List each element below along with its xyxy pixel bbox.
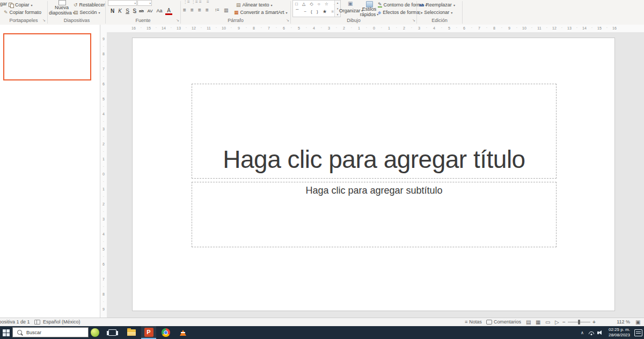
chrome-button[interactable] (158, 326, 173, 339)
ruler-tick: · (381, 26, 382, 30)
slide[interactable]: Haga clic para agregar título Haga clic … (132, 38, 615, 311)
font-name-combo[interactable]: ▾ (108, 0, 137, 6)
comments-button[interactable]: Comentarios (486, 319, 521, 325)
network-button[interactable] (587, 326, 596, 339)
action-center-button[interactable] (632, 326, 644, 339)
font-dialog-launcher-icon[interactable]: ↘ (176, 18, 179, 22)
title-placeholder[interactable]: Haga clic para agregar título (192, 84, 557, 179)
reading-view-button[interactable]: ▭ (545, 319, 550, 326)
ruler-tick: · (103, 255, 104, 259)
language-status[interactable]: Español (México) (43, 319, 80, 325)
copy-button[interactable]: Copiar ▾ (9, 2, 33, 8)
slide-thumbnail-panel[interactable] (0, 25, 100, 318)
bold-button[interactable]: N (109, 8, 116, 14)
numbering-icon[interactable]: ⋮≡ (191, 0, 198, 4)
paragraph-dialog-launcher-icon[interactable]: ↘ (286, 18, 289, 22)
ruler-number: 5 (298, 26, 300, 31)
strikethrough-button[interactable]: ab (138, 8, 145, 14)
task-view-button[interactable] (105, 326, 120, 339)
scroll-up-icon[interactable]: ▴ (337, 1, 339, 4)
ruler-tick: · (486, 26, 487, 30)
zoom-slider-thumb[interactable] (578, 320, 580, 325)
align-center-button[interactable]: ≡ (191, 7, 194, 13)
group-separator (47, 1, 48, 24)
ruler-number: 12 (192, 26, 196, 31)
paste-button-partial[interactable]: gar (0, 1, 7, 6)
arrange-label: Organizar (339, 8, 361, 13)
font-size-combo[interactable]: ▾ (137, 0, 152, 6)
ruler-number: 3 (103, 217, 105, 222)
italic-button[interactable]: K (116, 8, 123, 14)
notes-button[interactable]: ≡ Notas (465, 319, 482, 325)
ruler-tick: · (456, 26, 457, 30)
search-highlight-button[interactable] (87, 326, 103, 339)
section-button[interactable]: ▤ Sección ▾ (74, 10, 100, 15)
ruler-number: 11 (537, 26, 541, 31)
chevron-up-icon: ∧ (581, 330, 584, 335)
format-painter-icon: ✎ (4, 10, 8, 15)
columns-button[interactable]: ▥ (224, 7, 229, 13)
bullets-icon[interactable]: ⋮≡ (183, 0, 190, 4)
ruler-number: 4 (313, 26, 315, 31)
drawing-dialog-launcher-icon[interactable]: ↘ (412, 18, 415, 22)
format-painter-button[interactable]: ✎ Copiar formato (4, 10, 41, 15)
quick-styles-button[interactable]: Estilos rápidos ▾ (358, 6, 380, 17)
slide-sorter-view-button[interactable]: ▦ (536, 319, 540, 326)
vlc-icon (180, 330, 186, 336)
shape-effects-button[interactable]: ◆ Efectos de forma ▾ (378, 10, 422, 15)
zoom-out-button[interactable]: − (562, 319, 566, 326)
zoom-in-button[interactable]: + (592, 319, 596, 326)
ribbon-group-drawing: □ △ ◇ ○ ☆ → ⌒ ~ { } ★ = ▴ ▾ ▾ ▣ Organiza… (291, 0, 416, 25)
powerpoint-taskbar-button[interactable]: P (141, 326, 156, 339)
ruler-tick: · (516, 26, 517, 30)
new-slide-button[interactable]: Nueva diapositiva ▾ (48, 5, 75, 16)
fit-slide-to-window-button[interactable]: ▣ (635, 319, 640, 326)
align-right-button[interactable]: ≡ (198, 7, 201, 13)
smartart-label: Convertir a SmartArt (240, 10, 284, 15)
file-explorer-button[interactable] (124, 326, 139, 339)
align-text-button[interactable]: ▤ Alinear texto ▾ (236, 2, 273, 8)
gallery-more-icon[interactable]: ▾ (337, 13, 339, 16)
ruler-number: 2 (103, 142, 105, 146)
shapes-gallery[interactable]: □ △ ◇ ○ ☆ → ⌒ ~ { } ★ = ▴ ▾ ▾ (292, 0, 341, 17)
slideshow-view-button[interactable]: ▷ (555, 319, 559, 326)
taskbar-search[interactable] (12, 327, 89, 337)
font-color-button[interactable]: A (165, 8, 172, 15)
subtitle-placeholder[interactable]: Haga clic para agregar subtítulo (192, 182, 557, 247)
convert-smartart-button[interactable]: ▦ Convertir a SmartArt ▾ (234, 10, 288, 15)
replace-icon: ab (419, 3, 424, 8)
taskbar-clock[interactable]: 02:25 p. m. 28/08/2023 (603, 327, 630, 338)
justify-button[interactable]: ≡ (206, 7, 209, 13)
text-shadow-button[interactable]: S (131, 8, 138, 14)
clipboard-dialog-launcher-icon[interactable]: ↘ (42, 18, 46, 22)
character-spacing-button[interactable]: AV (146, 8, 154, 14)
slide-thumbnail-1[interactable] (3, 33, 91, 80)
select-cursor-icon: ▷ (419, 10, 422, 15)
indent-decrease-icon[interactable]: ≡ (199, 0, 202, 4)
scroll-down-icon[interactable]: ▾ (337, 7, 339, 10)
ruler-tick: · (103, 270, 104, 274)
spellcheck-icon[interactable] (34, 320, 40, 325)
line-spacing-button[interactable]: ↕≡ (215, 7, 219, 13)
align-left-button[interactable]: ≡ (183, 7, 186, 13)
indent-increase-icon[interactable]: ≡ (207, 0, 209, 4)
ruler-number: 4 (103, 232, 105, 237)
change-case-button[interactable]: Aa (155, 8, 164, 14)
smartart-icon: ▦ (234, 10, 239, 15)
replace-button[interactable]: ab Reemplazar ▾ (419, 2, 455, 8)
ruler-number: 4 (103, 112, 105, 116)
ruler-number: 16 (131, 26, 136, 31)
vlc-button[interactable] (175, 326, 191, 339)
start-button[interactable] (0, 326, 12, 339)
normal-view-button[interactable]: ▤ (526, 319, 531, 326)
reset-slide-button[interactable]: ↺ Restablecer (74, 2, 105, 8)
ruler-tick: · (291, 26, 292, 30)
chevron-down-icon: ▾ (31, 3, 33, 7)
select-button[interactable]: ▷ Seleccionar ▾ (419, 10, 452, 15)
ruler-tick: · (103, 60, 104, 64)
taskbar: P ∧ 02:25 p. m. 28/08/2023 (0, 326, 644, 339)
underline-button[interactable]: S (124, 8, 131, 14)
search-input[interactable] (25, 329, 81, 336)
zoom-level[interactable]: 112 % (606, 319, 630, 325)
tray-expand-button[interactable]: ∧ (579, 326, 586, 339)
